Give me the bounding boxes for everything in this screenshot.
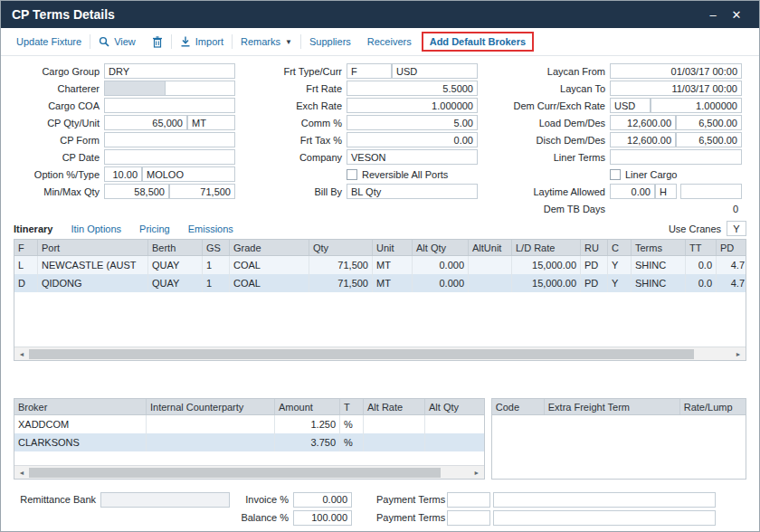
payment-terms-code-field-2[interactable]	[447, 510, 490, 526]
remittance-bank-field[interactable]	[100, 492, 230, 508]
col-header-grade[interactable]: Grade	[230, 240, 309, 255]
broker-row[interactable]: XADDCOM 1.250 %	[14, 415, 484, 433]
col-header-c[interactable]: C	[608, 240, 632, 255]
broker-row[interactable]: CLARKSONS 3.750 %	[14, 433, 484, 451]
frt-type-field[interactable]: F	[347, 63, 392, 79]
itinerary-row[interactable]: L NEWCASTLE (AUST QUAY 1 COAL 71,500 MT …	[14, 256, 746, 274]
disch-dem-field[interactable]: 12,600.00	[610, 132, 676, 147]
col-header-code[interactable]: Code	[492, 399, 545, 414]
use-cranes-row: Use Cranes Y	[669, 221, 746, 236]
import-button[interactable]: Import	[172, 36, 232, 47]
payment-terms-code-field-1[interactable]	[447, 492, 490, 508]
load-dem-field[interactable]: 12,600.00	[610, 115, 676, 130]
disch-des-field[interactable]: 6,500.00	[676, 132, 742, 147]
update-fixture-button[interactable]: Update Fixture	[8, 36, 90, 47]
col-header-alt-qty[interactable]: Alt Qty	[425, 399, 485, 414]
tab-pricing[interactable]: Pricing	[139, 223, 170, 234]
option-pct-field[interactable]: 10.00	[104, 166, 142, 182]
payment-terms-desc-field-2[interactable]	[493, 510, 716, 526]
col-header-port[interactable]: Port	[38, 240, 148, 255]
close-button[interactable]: ✕	[725, 8, 748, 22]
use-cranes-field[interactable]: Y	[727, 221, 746, 236]
cargo-coa-field[interactable]	[104, 98, 235, 113]
exch-rate-field[interactable]: 1.000000	[347, 98, 478, 113]
charterer-field-2[interactable]	[166, 81, 235, 96]
load-des-field[interactable]: 6,500.00	[676, 115, 742, 130]
frt-curr-field[interactable]: USD	[392, 63, 478, 79]
bill-by-field[interactable]: BL Qty	[347, 184, 478, 199]
scroll-right-icon[interactable]: ►	[470, 466, 484, 479]
frt-tax-pct-field[interactable]: 0.00	[347, 132, 478, 147]
laytime-extra-field[interactable]	[680, 184, 742, 199]
col-header-amount[interactable]: Amount	[275, 399, 340, 414]
tab-emissions[interactable]: Emissions	[188, 223, 233, 234]
comm-pct-field[interactable]: 5.00	[347, 115, 478, 130]
cp-unit-field[interactable]: MT	[187, 115, 235, 130]
disch-dem-des-label: Disch Dem/Des	[479, 135, 610, 146]
col-header-pd[interactable]: PD	[717, 240, 746, 255]
liner-terms-field[interactable]	[610, 149, 742, 165]
col-header-alt-qty[interactable]: Alt Qty	[413, 240, 469, 255]
col-header-extra-freight-term[interactable]: Extra Freight Term	[545, 399, 680, 414]
min-max-qty-label: Min/Max Qty	[14, 186, 104, 197]
view-button[interactable]: View	[90, 36, 144, 47]
scroll-left-icon[interactable]: ◄	[14, 466, 29, 479]
company-field[interactable]: VESON	[347, 149, 478, 165]
charterer-field[interactable]	[104, 81, 166, 96]
laytime-unit-field[interactable]: H	[655, 184, 677, 199]
col-header-qty[interactable]: Qty	[309, 240, 373, 255]
col-header-f[interactable]: F	[14, 240, 38, 255]
col-header-rate-lump[interactable]: Rate/Lump	[680, 399, 746, 414]
scroll-right-icon[interactable]: ►	[731, 347, 746, 360]
scrollbar-thumb[interactable]	[29, 468, 441, 478]
tab-itinerary[interactable]: Itinerary	[14, 223, 52, 234]
min-qty-field[interactable]: 58,500	[104, 184, 169, 199]
laycan-to-field[interactable]: 11/03/17 00:00	[610, 81, 742, 96]
col-header-unit[interactable]: Unit	[373, 240, 413, 255]
balance-pct-field[interactable]: 100.000	[293, 510, 352, 526]
tab-itin-options[interactable]: Itin Options	[71, 223, 121, 234]
cp-form-field[interactable]	[104, 132, 235, 147]
remarks-button[interactable]: Remarks ▼	[233, 36, 300, 47]
itinerary-horizontal-scrollbar[interactable]: ◄ ►	[14, 347, 746, 360]
suppliers-button[interactable]: Suppliers	[301, 36, 359, 47]
spacer	[1, 361, 759, 398]
itinerary-row[interactable]: D QIDONG QUAY 1 COAL 71,500 MT 0.000 15,…	[14, 274, 746, 292]
col-header-broker[interactable]: Broker	[14, 399, 147, 414]
col-header-tt[interactable]: TT	[686, 240, 717, 255]
liner-cargo-checkbox[interactable]	[610, 169, 621, 180]
frt-rate-field[interactable]: 5.5000	[347, 81, 478, 96]
col-header-altunit[interactable]: AltUnit	[469, 240, 512, 255]
frt-rate-label: Frt Rate	[236, 83, 347, 94]
cp-date-field[interactable]	[104, 149, 235, 165]
scrollbar-thumb[interactable]	[29, 349, 694, 359]
col-header-ru[interactable]: RU	[581, 240, 608, 255]
reversible-all-ports-checkbox[interactable]	[347, 169, 357, 180]
col-header-internal-counterparty[interactable]: Internal Counterparty	[147, 399, 275, 414]
delete-button[interactable]	[144, 36, 171, 48]
max-qty-field[interactable]: 71,500	[169, 184, 235, 199]
receivers-button[interactable]: Receivers	[359, 36, 420, 47]
add-default-brokers-button[interactable]: Add Default Brokers	[422, 32, 534, 52]
scroll-left-icon[interactable]: ◄	[14, 347, 29, 360]
col-header-alt-rate[interactable]: Alt Rate	[364, 399, 425, 414]
col-header-gs[interactable]: GS	[203, 240, 230, 255]
laytime-allowed-field[interactable]: 0.00	[610, 184, 655, 199]
add-default-brokers-label: Add Default Brokers	[430, 36, 526, 47]
cp-qty-field[interactable]: 65,000	[104, 115, 187, 130]
cargo-group-field[interactable]: DRY	[104, 63, 235, 79]
brokers-horizontal-scrollbar[interactable]: ◄ ►	[14, 465, 484, 479]
minimize-button[interactable]: –	[701, 8, 725, 22]
col-header-t[interactable]: T	[340, 399, 364, 414]
invoice-pct-field[interactable]: 0.000	[293, 492, 352, 508]
dem-exch-rate-field[interactable]: 1.000000	[651, 98, 742, 113]
col-header-berth[interactable]: Berth	[148, 240, 203, 255]
col-header-ld-rate[interactable]: L/D Rate	[512, 240, 581, 255]
option-type-field[interactable]: MOLOO	[142, 166, 235, 182]
laycan-from-field[interactable]: 01/03/17 00:00	[610, 63, 742, 79]
col-header-terms[interactable]: Terms	[632, 240, 686, 255]
brokers-header-row: Broker Internal Counterparty Amount T Al…	[14, 399, 484, 415]
payment-terms-desc-field-1[interactable]	[493, 492, 716, 508]
title-bar: CP Terms Details – ✕	[1, 1, 759, 28]
dem-curr-field[interactable]: USD	[610, 98, 651, 113]
